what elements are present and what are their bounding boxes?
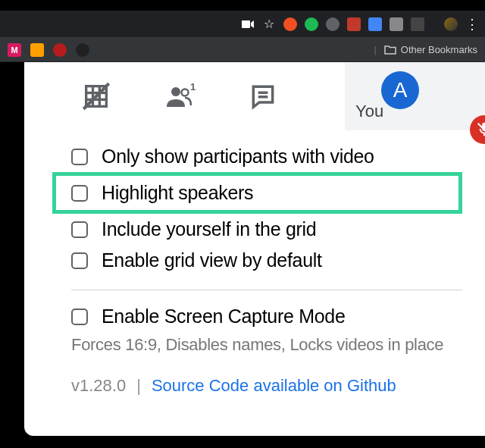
grid-off-icon [81, 81, 111, 111]
option-description: Forces 16:9, Disables names, Locks video… [71, 332, 462, 355]
version-label: v1.28.0 [71, 376, 126, 396]
bookmark-icon[interactable] [53, 43, 67, 57]
other-bookmarks-button[interactable]: | Other Bookmarks [374, 44, 477, 55]
bookmarks-bar: M | Other Bookmarks [0, 38, 485, 62]
extension-icon[interactable] [411, 17, 424, 31]
avatar-initial: A [393, 78, 408, 102]
bookmark-icon[interactable] [76, 43, 89, 57]
people-tab[interactable]: 1 [138, 83, 221, 110]
chat-icon [249, 82, 277, 111]
tabs-row: 1 You A [24, 62, 485, 130]
option-highlight-speakers[interactable]: Highlight speakers [71, 180, 428, 205]
self-label: You [355, 102, 383, 121]
checkbox[interactable] [71, 252, 88, 269]
meeting-stage: 1 You A [0, 62, 485, 448]
option-label: Highlight speakers [102, 182, 253, 204]
extension-icon[interactable] [390, 17, 403, 31]
settings-panel: 1 You A [24, 62, 485, 436]
people-icon: 1 [162, 83, 197, 110]
checkbox[interactable] [71, 149, 88, 165]
grid-off-tab[interactable] [55, 81, 138, 111]
checkbox[interactable] [71, 309, 88, 325]
star-icon[interactable]: ☆ [262, 17, 276, 31]
option-label: Enable grid view by default [102, 249, 322, 271]
self-tile[interactable]: You A [345, 62, 485, 130]
profile-avatar-icon[interactable] [444, 17, 458, 31]
option-label: Include yourself in the grid [102, 218, 316, 240]
svg-rect-0 [242, 20, 250, 28]
option-default-grid[interactable]: Enable grid view by default [71, 245, 462, 276]
browser-top-strip [0, 0, 485, 11]
extension-icon[interactable] [305, 17, 318, 31]
option-only-video[interactable]: Only show participants with video [71, 141, 462, 172]
folder-icon [384, 45, 396, 55]
camera-icon[interactable] [241, 17, 255, 31]
extension-icon[interactable] [326, 17, 340, 31]
extension-icon[interactable] [283, 17, 297, 31]
option-include-yourself[interactable]: Include yourself in the grid [71, 214, 462, 245]
avatar: A [381, 71, 419, 109]
highlight-annotation: Highlight speakers [52, 172, 462, 214]
source-link[interactable]: Source Code available on Github [152, 376, 396, 396]
checkbox[interactable] [71, 185, 88, 202]
checkbox[interactable] [71, 221, 88, 238]
panel-footer: v1.28.0 | Source Code available on Githu… [71, 355, 462, 396]
divider [71, 290, 462, 290]
bookmark-icon[interactable] [30, 43, 44, 57]
other-bookmarks-label: Other Bookmarks [401, 44, 477, 55]
kebab-menu-icon[interactable]: ⋮ [465, 17, 479, 31]
mic-off-icon [476, 121, 485, 138]
extension-icon[interactable] [347, 17, 361, 31]
svg-point-8 [182, 89, 189, 96]
options-list: Only show participants with video Highli… [24, 130, 485, 403]
option-label: Enable Screen Capture Mode [102, 305, 346, 327]
browser-toolbar: ☆ ⋮ [0, 11, 485, 38]
extension-icon[interactable] [368, 17, 382, 31]
separator-dot: | [136, 376, 141, 396]
svg-text:1: 1 [190, 83, 196, 92]
chat-tab[interactable] [221, 82, 305, 111]
option-label: Only show participants with video [102, 146, 374, 168]
svg-point-7 [171, 87, 180, 96]
option-screen-capture[interactable]: Enable Screen Capture Mode [71, 301, 462, 332]
bookmark-icon[interactable]: M [8, 43, 21, 57]
